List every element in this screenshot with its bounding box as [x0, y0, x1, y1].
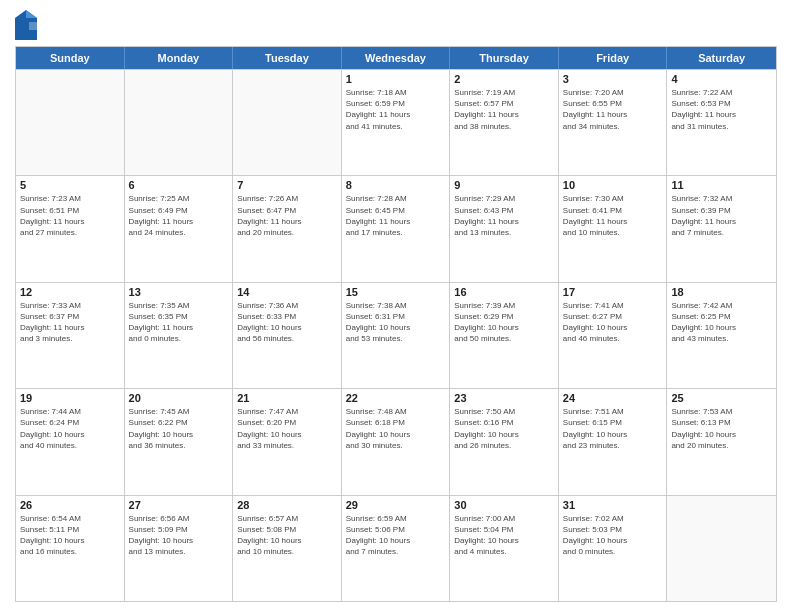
cal-cell: 2Sunrise: 7:19 AM Sunset: 6:57 PM Daylig… [450, 70, 559, 175]
calendar-body: 1Sunrise: 7:18 AM Sunset: 6:59 PM Daylig… [16, 69, 776, 601]
cal-cell: 13Sunrise: 7:35 AM Sunset: 6:35 PM Dayli… [125, 283, 234, 388]
page: SundayMondayTuesdayWednesdayThursdayFrid… [0, 0, 792, 612]
day-info: Sunrise: 7:30 AM Sunset: 6:41 PM Dayligh… [563, 193, 663, 238]
cal-cell: 30Sunrise: 7:00 AM Sunset: 5:04 PM Dayli… [450, 496, 559, 601]
day-info: Sunrise: 6:56 AM Sunset: 5:09 PM Dayligh… [129, 513, 229, 558]
day-number: 25 [671, 392, 772, 404]
weekday-header-thursday: Thursday [450, 47, 559, 69]
weekday-header-wednesday: Wednesday [342, 47, 451, 69]
weekday-header-sunday: Sunday [16, 47, 125, 69]
day-number: 31 [563, 499, 663, 511]
day-info: Sunrise: 7:19 AM Sunset: 6:57 PM Dayligh… [454, 87, 554, 132]
day-number: 9 [454, 179, 554, 191]
cal-cell: 21Sunrise: 7:47 AM Sunset: 6:20 PM Dayli… [233, 389, 342, 494]
day-number: 10 [563, 179, 663, 191]
day-info: Sunrise: 7:18 AM Sunset: 6:59 PM Dayligh… [346, 87, 446, 132]
day-number: 1 [346, 73, 446, 85]
day-number: 8 [346, 179, 446, 191]
calendar: SundayMondayTuesdayWednesdayThursdayFrid… [15, 46, 777, 602]
header [15, 10, 777, 40]
day-number: 30 [454, 499, 554, 511]
cal-cell: 18Sunrise: 7:42 AM Sunset: 6:25 PM Dayli… [667, 283, 776, 388]
day-number: 2 [454, 73, 554, 85]
day-info: Sunrise: 7:33 AM Sunset: 6:37 PM Dayligh… [20, 300, 120, 345]
day-number: 18 [671, 286, 772, 298]
week-row-1: 1Sunrise: 7:18 AM Sunset: 6:59 PM Daylig… [16, 69, 776, 175]
day-info: Sunrise: 7:23 AM Sunset: 6:51 PM Dayligh… [20, 193, 120, 238]
cal-cell: 14Sunrise: 7:36 AM Sunset: 6:33 PM Dayli… [233, 283, 342, 388]
svg-marker-1 [26, 10, 37, 18]
day-number: 15 [346, 286, 446, 298]
cal-cell: 24Sunrise: 7:51 AM Sunset: 6:15 PM Dayli… [559, 389, 668, 494]
day-info: Sunrise: 6:57 AM Sunset: 5:08 PM Dayligh… [237, 513, 337, 558]
day-info: Sunrise: 7:00 AM Sunset: 5:04 PM Dayligh… [454, 513, 554, 558]
day-number: 19 [20, 392, 120, 404]
svg-marker-2 [29, 22, 37, 30]
cal-cell: 15Sunrise: 7:38 AM Sunset: 6:31 PM Dayli… [342, 283, 451, 388]
day-info: Sunrise: 7:39 AM Sunset: 6:29 PM Dayligh… [454, 300, 554, 345]
day-number: 29 [346, 499, 446, 511]
week-row-5: 26Sunrise: 6:54 AM Sunset: 5:11 PM Dayli… [16, 495, 776, 601]
day-number: 28 [237, 499, 337, 511]
logo [15, 10, 37, 40]
day-info: Sunrise: 7:45 AM Sunset: 6:22 PM Dayligh… [129, 406, 229, 451]
cal-cell: 12Sunrise: 7:33 AM Sunset: 6:37 PM Dayli… [16, 283, 125, 388]
day-info: Sunrise: 7:26 AM Sunset: 6:47 PM Dayligh… [237, 193, 337, 238]
logo-icon [15, 10, 37, 40]
day-info: Sunrise: 7:25 AM Sunset: 6:49 PM Dayligh… [129, 193, 229, 238]
week-row-3: 12Sunrise: 7:33 AM Sunset: 6:37 PM Dayli… [16, 282, 776, 388]
day-number: 27 [129, 499, 229, 511]
day-info: Sunrise: 7:47 AM Sunset: 6:20 PM Dayligh… [237, 406, 337, 451]
cal-cell: 3Sunrise: 7:20 AM Sunset: 6:55 PM Daylig… [559, 70, 668, 175]
day-number: 13 [129, 286, 229, 298]
cal-cell: 8Sunrise: 7:28 AM Sunset: 6:45 PM Daylig… [342, 176, 451, 281]
day-info: Sunrise: 7:20 AM Sunset: 6:55 PM Dayligh… [563, 87, 663, 132]
day-info: Sunrise: 7:51 AM Sunset: 6:15 PM Dayligh… [563, 406, 663, 451]
cal-cell: 31Sunrise: 7:02 AM Sunset: 5:03 PM Dayli… [559, 496, 668, 601]
weekday-header-saturday: Saturday [667, 47, 776, 69]
cal-cell: 28Sunrise: 6:57 AM Sunset: 5:08 PM Dayli… [233, 496, 342, 601]
cal-cell: 7Sunrise: 7:26 AM Sunset: 6:47 PM Daylig… [233, 176, 342, 281]
weekday-header-monday: Monday [125, 47, 234, 69]
calendar-header: SundayMondayTuesdayWednesdayThursdayFrid… [16, 47, 776, 69]
day-number: 23 [454, 392, 554, 404]
cal-cell: 11Sunrise: 7:32 AM Sunset: 6:39 PM Dayli… [667, 176, 776, 281]
day-info: Sunrise: 7:53 AM Sunset: 6:13 PM Dayligh… [671, 406, 772, 451]
cal-cell [125, 70, 234, 175]
day-number: 6 [129, 179, 229, 191]
cal-cell: 4Sunrise: 7:22 AM Sunset: 6:53 PM Daylig… [667, 70, 776, 175]
day-info: Sunrise: 7:38 AM Sunset: 6:31 PM Dayligh… [346, 300, 446, 345]
day-number: 7 [237, 179, 337, 191]
cal-cell: 17Sunrise: 7:41 AM Sunset: 6:27 PM Dayli… [559, 283, 668, 388]
day-info: Sunrise: 7:35 AM Sunset: 6:35 PM Dayligh… [129, 300, 229, 345]
day-info: Sunrise: 7:36 AM Sunset: 6:33 PM Dayligh… [237, 300, 337, 345]
day-number: 14 [237, 286, 337, 298]
day-number: 24 [563, 392, 663, 404]
day-info: Sunrise: 7:48 AM Sunset: 6:18 PM Dayligh… [346, 406, 446, 451]
day-number: 20 [129, 392, 229, 404]
cal-cell: 19Sunrise: 7:44 AM Sunset: 6:24 PM Dayli… [16, 389, 125, 494]
day-number: 16 [454, 286, 554, 298]
day-info: Sunrise: 6:59 AM Sunset: 5:06 PM Dayligh… [346, 513, 446, 558]
cal-cell: 1Sunrise: 7:18 AM Sunset: 6:59 PM Daylig… [342, 70, 451, 175]
cal-cell: 10Sunrise: 7:30 AM Sunset: 6:41 PM Dayli… [559, 176, 668, 281]
day-info: Sunrise: 7:42 AM Sunset: 6:25 PM Dayligh… [671, 300, 772, 345]
week-row-4: 19Sunrise: 7:44 AM Sunset: 6:24 PM Dayli… [16, 388, 776, 494]
weekday-header-tuesday: Tuesday [233, 47, 342, 69]
cal-cell: 5Sunrise: 7:23 AM Sunset: 6:51 PM Daylig… [16, 176, 125, 281]
day-info: Sunrise: 7:41 AM Sunset: 6:27 PM Dayligh… [563, 300, 663, 345]
day-number: 17 [563, 286, 663, 298]
day-number: 26 [20, 499, 120, 511]
cal-cell: 20Sunrise: 7:45 AM Sunset: 6:22 PM Dayli… [125, 389, 234, 494]
cal-cell [233, 70, 342, 175]
day-info: Sunrise: 7:32 AM Sunset: 6:39 PM Dayligh… [671, 193, 772, 238]
cal-cell: 23Sunrise: 7:50 AM Sunset: 6:16 PM Dayli… [450, 389, 559, 494]
day-number: 5 [20, 179, 120, 191]
day-info: Sunrise: 7:22 AM Sunset: 6:53 PM Dayligh… [671, 87, 772, 132]
day-info: Sunrise: 7:50 AM Sunset: 6:16 PM Dayligh… [454, 406, 554, 451]
day-info: Sunrise: 6:54 AM Sunset: 5:11 PM Dayligh… [20, 513, 120, 558]
day-number: 22 [346, 392, 446, 404]
cal-cell: 6Sunrise: 7:25 AM Sunset: 6:49 PM Daylig… [125, 176, 234, 281]
cal-cell: 16Sunrise: 7:39 AM Sunset: 6:29 PM Dayli… [450, 283, 559, 388]
cal-cell [667, 496, 776, 601]
